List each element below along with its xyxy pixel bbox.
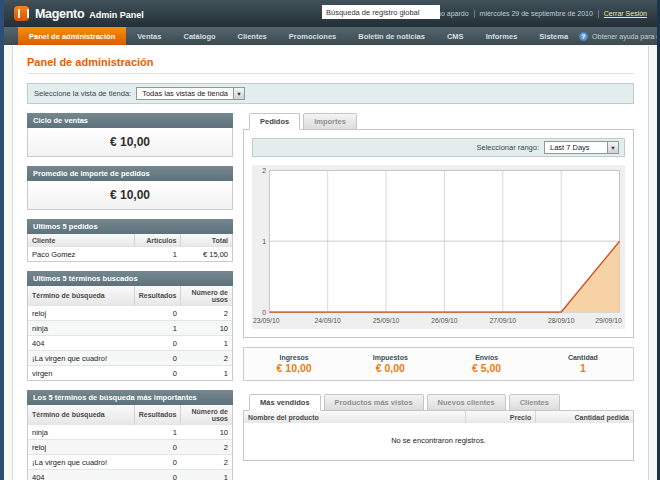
column-header: Artículos	[134, 234, 181, 247]
top-search-terms-box: Los 5 términos de búsqueda más important…	[27, 390, 233, 480]
tab-bestsellers[interactable]: Más vendidos	[249, 394, 321, 411]
column-header: Cantidad pedida	[536, 411, 633, 423]
top-search-terms-title: Los 5 términos de búsqueda más important…	[27, 390, 233, 405]
store-view-select[interactable]: Todas las vistas de tienda ▼	[136, 87, 245, 100]
table-row[interactable]: ninja110	[28, 321, 232, 336]
last-search-terms-box: Ultimos 5 términos buscados Término de b…	[27, 271, 233, 381]
tab-customers[interactable]: Clientes	[509, 394, 560, 411]
table-row[interactable]: virgen01	[28, 366, 232, 381]
grid-tabs: Más vendidos Productos más vistos Nuevos…	[243, 394, 634, 410]
sales-cycle-value: € 10,00	[27, 128, 233, 157]
content-card: Panel de administración Seleccione la vi…	[12, 46, 649, 480]
nav-item-cms[interactable]: CMS	[436, 27, 475, 45]
totals-bar: Ingresos € 10,00 Impuestos € 0,00 Envíos…	[243, 347, 634, 381]
column-header: Término de búsqueda	[28, 286, 134, 306]
nav-item-system[interactable]: Sistema	[528, 27, 579, 45]
range-label: Seleccionar rango:	[476, 143, 539, 152]
top-search-terms-table: Término de búsqueda Resultados Número de…	[28, 405, 232, 480]
dashboard-right-column: Pedidos Importes Seleccionar rango: Last…	[243, 113, 634, 480]
sales-cycle-box: Ciclo de ventas € 10,00	[27, 113, 233, 157]
svg-text:1: 1	[262, 238, 266, 245]
tab-new-customers[interactable]: Nuevos clientes	[427, 394, 506, 411]
chart-tabs: Pedidos Importes	[243, 113, 634, 129]
tab-orders[interactable]: Pedidos	[249, 113, 300, 130]
column-header: Resultados	[134, 405, 181, 425]
table-row[interactable]: Paco Gomez1€ 15,00	[28, 247, 232, 262]
global-search-input[interactable]	[322, 5, 440, 19]
stat-quantity: Cantidad 1	[535, 354, 631, 374]
page-title: Panel de administración	[27, 56, 634, 68]
svg-text:25/09/10: 25/09/10	[373, 317, 400, 324]
average-order-value: € 10,00	[27, 181, 233, 210]
svg-text:2: 2	[262, 167, 266, 174]
get-help-link[interactable]: ? Obtener ayuda para esta página	[579, 27, 660, 45]
store-view-bar: Seleccione la vista de tienda: Todas las…	[27, 83, 634, 104]
svg-text:0: 0	[262, 309, 266, 316]
bestsellers-panel: Nombre del producto Precio Cantidad pedi…	[243, 410, 634, 461]
table-row[interactable]: ¡La virgen que cuadro!02	[28, 351, 232, 366]
last-search-terms-title: Ultimos 5 términos buscados	[27, 271, 233, 286]
current-date: miércoles 29 de septiembre de 2010	[480, 10, 593, 17]
column-header: Precio	[466, 411, 536, 423]
table-row[interactable]: ¡La virgen que cuadro!02	[28, 455, 232, 470]
help-icon: ?	[579, 32, 588, 41]
stat-revenue: Ingresos € 10,00	[246, 354, 342, 374]
nav-item-customers[interactable]: Clientes	[227, 27, 278, 45]
nav-item-dashboard[interactable]: Panel de administración	[18, 27, 126, 45]
bestsellers-table: Nombre del producto Precio Cantidad pedi…	[244, 411, 633, 423]
svg-text:29/09/10: 29/09/10	[595, 317, 622, 324]
brand-title: Magento	[35, 7, 84, 21]
brand-subtitle: Admin Panel	[89, 8, 144, 20]
logout-link[interactable]: Cerrar Sesión	[604, 10, 647, 17]
range-select[interactable]: Last 7 Days ▼	[544, 141, 619, 154]
column-header: Término de búsqueda	[28, 405, 134, 425]
last-orders-title: Ultimos 5 pedidos	[27, 219, 233, 234]
table-row[interactable]: 40401	[28, 470, 232, 480]
store-view-label: Seleccione la vista de tienda:	[34, 89, 131, 98]
table-row[interactable]: ninja110	[28, 425, 232, 440]
column-header: Total	[181, 234, 232, 247]
column-header: Número de usos	[181, 286, 232, 306]
nav-item-newsletter[interactable]: Boletín de noticias	[347, 27, 436, 45]
table-row[interactable]: reloj02	[28, 440, 232, 455]
average-order-box: Promedio de importe de pedidos € 10,00	[27, 166, 233, 210]
stat-tax: Impuestos € 0,00	[342, 354, 438, 374]
dashboard-left-column: Ciclo de ventas € 10,00 Promedio de impo…	[27, 113, 233, 480]
table-row[interactable]: 40401	[28, 336, 232, 351]
header-separator	[474, 10, 475, 18]
last-orders-box: Ultimos 5 pedidos Cliente Artículos Tota…	[27, 219, 233, 262]
orders-chart-panel: Seleccionar rango: Last 7 Days ▼ 01223/0…	[243, 129, 634, 338]
header-separator	[598, 10, 599, 18]
svg-text:26/09/10: 26/09/10	[431, 317, 458, 324]
svg-text:27/09/10: 27/09/10	[490, 317, 517, 324]
magento-logo-icon	[14, 6, 29, 21]
svg-text:24/09/10: 24/09/10	[314, 317, 341, 324]
column-header: Número de usos	[181, 405, 232, 425]
chevron-down-icon: ▼	[233, 88, 244, 99]
table-row[interactable]: reloj02	[28, 306, 232, 321]
last-orders-table: Cliente Artículos Total Paco Gomez1€ 15,…	[28, 234, 232, 261]
column-header: Nombre del producto	[244, 411, 466, 423]
nav-item-catalog[interactable]: Catálogo	[172, 27, 226, 45]
svg-text:28/09/10: 28/09/10	[548, 317, 575, 324]
tab-amounts[interactable]: Importes	[303, 113, 357, 130]
last-search-terms-table: Término de búsqueda Resultados Número de…	[28, 286, 232, 380]
chevron-down-icon: ▼	[607, 142, 618, 153]
svg-text:23/09/10: 23/09/10	[253, 317, 280, 324]
nav-item-promotions[interactable]: Promociones	[278, 27, 348, 45]
title-divider	[27, 73, 634, 74]
range-bar: Seleccionar rango: Last 7 Days ▼	[252, 138, 625, 157]
get-help-label: Obtener ayuda para esta página	[592, 33, 660, 40]
column-header: Resultados	[134, 286, 181, 306]
app-header: Magento Admin Panel Accedió como apardo …	[4, 0, 657, 27]
empty-records-message: No se encontraron registros.	[244, 423, 633, 460]
stat-shipping: Envíos € 5,00	[439, 354, 535, 374]
column-header: Cliente	[28, 234, 134, 247]
average-order-title: Promedio de importe de pedidos	[27, 166, 233, 181]
nav-item-sales[interactable]: Ventas	[126, 27, 172, 45]
orders-chart: 01223/09/1024/09/1025/09/1026/09/1027/09…	[252, 165, 625, 329]
nav-item-reports[interactable]: Informes	[475, 27, 529, 45]
tab-most-viewed[interactable]: Productos más vistos	[324, 394, 424, 411]
sales-cycle-title: Ciclo de ventas	[27, 113, 233, 128]
main-nav: Panel de administración Ventas Catálogo …	[4, 27, 657, 45]
